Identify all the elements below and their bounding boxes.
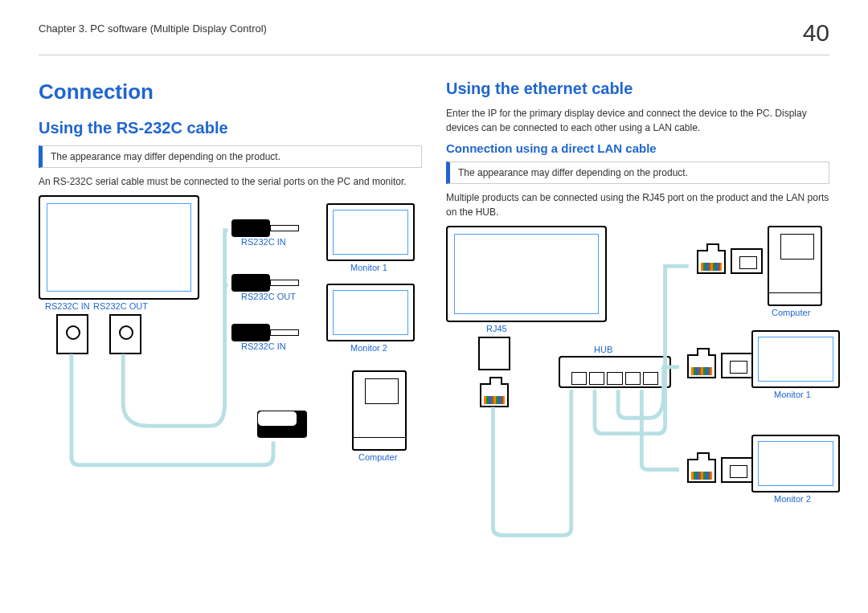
section-title-connection: Connection [39, 80, 422, 104]
monitor-back-icon [39, 195, 199, 300]
label-monitor1: Monitor 1 [350, 263, 387, 272]
lan-port-icon [721, 457, 753, 483]
label-hub: HUB [594, 345, 612, 354]
label-rs232c-out: RS232C OUT [93, 301, 148, 311]
jack-plug-icon [231, 274, 304, 292]
port-icon [109, 314, 141, 354]
monitor-front-icon [751, 435, 840, 492]
rj45-plug-icon [697, 250, 726, 274]
diagram-ethernet: RJ45 HUB Computer Monitor 1 Monitor 2 [446, 226, 829, 563]
label-jack-rs232c-in: RS232C IN [241, 237, 286, 247]
page-number: 40 [803, 19, 829, 47]
monitor-back-icon [446, 226, 607, 322]
body-ethernet-1: Enter the IP for the primary display dev… [446, 106, 829, 135]
monitor-front-icon [326, 284, 415, 341]
rj45-plug-icon [687, 354, 716, 378]
note-rs232c: The appearance may differ depending on t… [39, 145, 422, 168]
subheading-ethernet: Using the ethernet cable [446, 80, 829, 98]
label-monitor1: Monitor 1 [774, 390, 811, 399]
port-icon [56, 314, 88, 354]
hub-icon [559, 356, 671, 388]
monitor-front-icon [751, 330, 840, 388]
label-jack-rs232c-out: RS232C OUT [241, 292, 296, 301]
body-ethernet-2: Multiple products can be connected using… [446, 190, 829, 219]
left-column: Connection Using the RS-232C cable The a… [39, 80, 422, 563]
label-monitor2: Monitor 2 [350, 343, 387, 353]
jack-plug-icon [231, 219, 304, 237]
subsubheading-direct-lan: Connection using a direct LAN cable [446, 141, 829, 155]
computer-tower-icon [768, 226, 822, 306]
lan-port-icon [731, 248, 763, 274]
rj45-plug-icon [687, 459, 716, 483]
label-jack-rs232c-in-bottom: RS232C IN [241, 341, 286, 351]
label-computer: Computer [358, 452, 397, 462]
label-monitor2: Monitor 2 [774, 494, 811, 504]
jack-plug-icon [231, 324, 304, 341]
computer-tower-icon [352, 370, 407, 451]
lan-port-icon [721, 353, 753, 378]
monitor-front-icon [326, 203, 415, 261]
note-ethernet: The appearance may differ depending on t… [446, 161, 829, 184]
rj45-plug-icon [480, 383, 509, 407]
label-rs232c-in: RS232C IN [45, 301, 90, 311]
diagram-rs232c: RS232C IN RS232C OUT RS232C IN RS232C OU… [39, 195, 422, 484]
right-column: Using the ethernet cable Enter the IP fo… [446, 80, 829, 563]
vga-plate-icon [257, 411, 297, 427]
subheading-rs232c: Using the RS-232C cable [39, 119, 422, 137]
label-computer: Computer [772, 308, 810, 317]
body-rs232c: An RS-232C serial cable must be connecte… [39, 174, 422, 189]
label-rj45: RJ45 [486, 324, 507, 333]
chapter-title: Chapter 3. PC software (Multiple Display… [39, 22, 267, 35]
port-icon [478, 337, 510, 370]
